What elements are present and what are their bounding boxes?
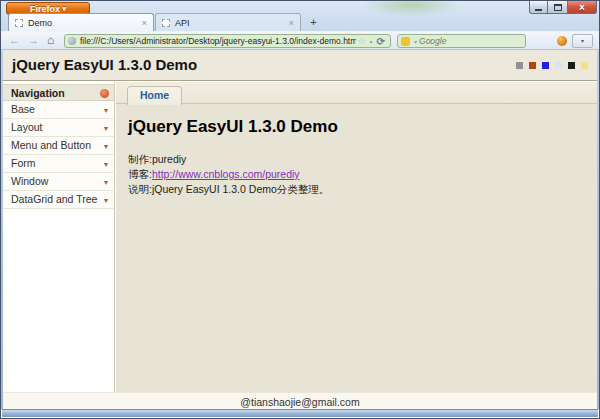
author-value: purediy [152, 153, 186, 165]
google-logo-icon [401, 37, 410, 46]
page-title: jQuery EasyUI 1.3.0 Demo [12, 50, 197, 80]
toolbar-overflow-button[interactable]: ▾ [572, 34, 593, 48]
author-label: 制作: [128, 153, 152, 165]
theme-swatch-yellow[interactable] [581, 62, 588, 69]
minimize-button[interactable] [529, 1, 548, 14]
navigation-sidebar: Navigation Base ▾ Layout ▾ Menu and Butt… [3, 82, 115, 392]
blog-link[interactable]: http://www.cnblogs.com/purediy [152, 168, 300, 180]
sidebar-item-label: Menu and Button [11, 139, 91, 151]
window-frame-right [597, 50, 599, 409]
url-dropdown-icon[interactable]: ▾ [370, 38, 373, 45]
new-tab-button[interactable]: + [304, 15, 323, 31]
chevron-down-icon: ▾ [104, 138, 108, 155]
page-body: Navigation Base ▾ Layout ▾ Menu and Butt… [2, 82, 598, 392]
refresh-icon[interactable]: ⟳ [377, 36, 385, 47]
home-icon[interactable]: ⌂ [47, 33, 54, 47]
footer-email: @tianshaojie@gmail.com [240, 396, 359, 408]
content-tabstrip: Home [116, 82, 597, 104]
theme-swatch-rust[interactable] [529, 62, 536, 69]
blog-label: 博客: [128, 168, 152, 180]
maximize-icon [554, 4, 562, 11]
sidebar-item-base[interactable]: Base ▾ [3, 101, 114, 119]
tab-close-icon[interactable]: × [289, 18, 294, 28]
search-bar[interactable]: ▾ [397, 34, 526, 48]
navigation-panel-header: Navigation [3, 84, 114, 101]
description-label: 说明: [128, 183, 152, 195]
chevron-down-icon: ▾ [63, 5, 67, 12]
tab-favicon-icon [15, 19, 23, 27]
sidebar-item-datagrid-and-tree[interactable]: DataGrid and Tree ▾ [3, 191, 114, 209]
browser-window: Firefox ▾ × Demo × API × + ← → ⌂ ☆ ▾ ⟳ [0, 0, 600, 419]
sidebar-item-label: Window [11, 175, 48, 187]
theme-swatch-lightblue[interactable] [555, 62, 562, 69]
description-value: jQuery EasyUI 1.3.0 Demo分类整理。 [152, 183, 329, 195]
sidebar-item-label: Form [11, 157, 36, 169]
window-frame-left [1, 50, 3, 409]
maximize-button[interactable] [548, 1, 567, 14]
navigation-panel-title: Navigation [11, 87, 65, 99]
tab-demo[interactable]: Demo × [8, 13, 154, 31]
tab-title: API [175, 18, 283, 28]
chevron-down-icon: ▾ [104, 102, 108, 119]
sidebar-item-label: DataGrid and Tree [11, 193, 97, 205]
tab-home[interactable]: Home [127, 86, 182, 105]
blog-line: 博客:http://www.cnblogs.com/purediy [128, 167, 597, 182]
description-line: 说明:jQuery EasyUI 1.3.0 Demo分类整理。 [128, 182, 597, 197]
minimize-icon [535, 9, 542, 11]
close-window-button[interactable]: × [567, 1, 597, 14]
forward-icon[interactable]: → [28, 34, 39, 46]
sidebar-item-form[interactable]: Form ▾ [3, 155, 114, 173]
page-header: jQuery EasyUI 1.3.0 Demo [2, 50, 598, 81]
search-engine-dropdown-icon[interactable]: ▾ [414, 38, 417, 45]
tab-close-icon[interactable]: × [142, 18, 147, 28]
theme-swatch-gray[interactable] [516, 62, 523, 69]
back-icon[interactable]: ← [9, 34, 20, 46]
tab-title: Demo [28, 18, 136, 28]
theme-swatch-black[interactable] [568, 62, 575, 69]
close-icon: × [579, 2, 585, 13]
address-bar[interactable]: ☆ ▾ ⟳ [64, 34, 391, 48]
theme-swatch-blue[interactable] [542, 62, 549, 69]
firebug-icon[interactable] [557, 36, 567, 46]
theme-switcher [516, 62, 588, 69]
main-content: Home jQuery EasyUI 1.3.0 Demo 制作:purediy… [116, 82, 597, 392]
author-line: 制作:purediy [128, 152, 597, 167]
window-controls: × [529, 1, 597, 14]
chevron-down-icon: ▾ [104, 174, 108, 191]
home-panel: jQuery EasyUI 1.3.0 Demo 制作:purediy 博客:h… [116, 104, 597, 197]
search-input[interactable] [419, 35, 526, 47]
tab-api[interactable]: API × [155, 13, 301, 31]
window-frame-bottom [2, 409, 598, 417]
chevron-down-icon: ▾ [104, 156, 108, 173]
panel-collapse-icon[interactable] [100, 89, 109, 98]
chevron-down-icon: ▾ [104, 192, 108, 209]
sidebar-item-layout[interactable]: Layout ▾ [3, 119, 114, 137]
sidebar-item-menu-and-button[interactable]: Menu and Button ▾ [3, 137, 114, 155]
sidebar-item-window[interactable]: Window ▾ [3, 173, 114, 191]
sidebar-item-label: Base [11, 103, 35, 115]
bookmark-star-icon[interactable]: ☆ [358, 36, 366, 46]
sidebar-item-label: Layout [11, 121, 43, 133]
tab-favicon-icon [162, 19, 170, 27]
browser-chrome: Firefox ▾ × Demo × API × + ← → ⌂ ☆ ▾ ⟳ [1, 1, 599, 50]
content-heading: jQuery EasyUI 1.3.0 Demo [128, 117, 597, 137]
chevron-down-icon: ▾ [104, 120, 108, 137]
site-identity-icon [68, 37, 76, 45]
url-input[interactable] [80, 35, 356, 47]
